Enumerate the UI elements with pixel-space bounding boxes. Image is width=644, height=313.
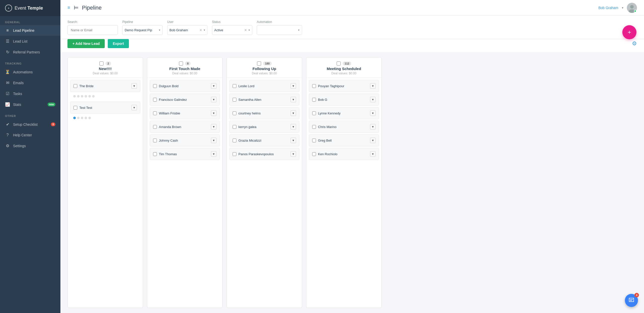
- lead-card-action-icon[interactable]: ▼: [131, 83, 137, 89]
- lead-card[interactable]: Francisco Galindez ▼: [150, 93, 220, 106]
- column-select-all-new[interactable]: [99, 61, 103, 66]
- chat-widget[interactable]: 4: [625, 294, 638, 307]
- sidebar-item-help-center[interactable]: ? Help Center: [0, 130, 60, 140]
- lead-card-action-icon[interactable]: ▼: [370, 83, 376, 89]
- status-clear-icon[interactable]: ✕: [244, 28, 247, 32]
- lead-card-action-icon[interactable]: ▼: [291, 110, 296, 116]
- lead-card[interactable]: The Bride ▼: [70, 80, 140, 92]
- lead-card-action-icon[interactable]: ▼: [211, 83, 217, 89]
- lead-card-checkbox-1[interactable]: [233, 98, 236, 102]
- lead-card-checkbox-5[interactable]: [233, 152, 236, 156]
- lead-card-action-icon[interactable]: ▼: [211, 151, 217, 157]
- automation-select[interactable]: [257, 25, 302, 35]
- lead-card[interactable]: William Frisbie ▼: [150, 107, 220, 119]
- column-select-all-meeting-scheduled[interactable]: [337, 61, 341, 66]
- lead-card-checkbox-5[interactable]: [312, 152, 316, 156]
- lead-card-checkbox-3[interactable]: [153, 125, 157, 129]
- column-count-new: 2: [105, 61, 111, 66]
- lead-card-left: Leslie Lord: [233, 84, 255, 88]
- pipeline-dropdown-icon[interactable]: ▾: [159, 28, 160, 32]
- lead-card-checkbox-1[interactable]: [74, 106, 77, 110]
- lead-card[interactable]: Johnny Cash ▼: [150, 134, 220, 146]
- lead-card-action-icon[interactable]: ▼: [370, 97, 376, 102]
- status-dropdown-icon[interactable]: ▾: [248, 28, 250, 32]
- lead-card-checkbox-3[interactable]: [233, 125, 236, 129]
- lead-card-checkbox-5[interactable]: [153, 152, 157, 156]
- lead-card-name: William Frisbie: [159, 111, 180, 115]
- lead-card[interactable]: Bob G ▼: [309, 93, 379, 106]
- sidebar-item-automations[interactable]: ⏳ Automations: [0, 67, 60, 77]
- export-button[interactable]: Export: [108, 39, 129, 48]
- fab-add-button[interactable]: +: [622, 25, 636, 39]
- lead-card-checkbox-0[interactable]: [233, 84, 236, 88]
- lead-card[interactable]: Dulguun Bold ▼: [150, 80, 220, 92]
- lead-card[interactable]: Ken Rochiolo ▼: [309, 148, 379, 160]
- lead-card[interactable]: kerryn galea ▼: [229, 121, 299, 133]
- sidebar-item-lead-list[interactable]: ☰ Lead List: [0, 36, 60, 47]
- sidebar-item-lead-pipeline[interactable]: ≡ Lead Pipeline: [0, 25, 60, 36]
- lead-card-checkbox-4[interactable]: [153, 139, 157, 142]
- lead-card-checkbox-2[interactable]: [233, 111, 236, 115]
- lead-card-checkbox-2[interactable]: [153, 111, 157, 115]
- lead-card[interactable]: Amanda Brown ▼: [150, 121, 220, 133]
- lead-card[interactable]: Tim Thomas ▼: [150, 148, 220, 160]
- lead-card-action-icon[interactable]: ▼: [291, 151, 296, 157]
- lead-card-left: Lynne Kennedy: [312, 111, 341, 115]
- lead-card-checkbox-2[interactable]: [312, 111, 316, 115]
- column-select-all-first-touch[interactable]: [179, 61, 183, 66]
- lead-card[interactable]: Grazia Micalizzi ▼: [229, 134, 299, 146]
- status-select[interactable]: Active ✕ ▾: [212, 25, 252, 35]
- lead-card-action-icon[interactable]: ▼: [291, 138, 296, 143]
- lead-card[interactable]: Lynne Kennedy ▼: [309, 107, 379, 119]
- lead-card-action-icon[interactable]: ▼: [131, 105, 137, 110]
- lead-card[interactable]: courtney helms ▼: [229, 107, 299, 119]
- lead-card-action-icon[interactable]: ▼: [370, 151, 376, 157]
- column-select-all-following-up[interactable]: [257, 61, 261, 66]
- lead-card-checkbox-0[interactable]: [312, 84, 316, 88]
- lead-card-checkbox-4[interactable]: [312, 139, 316, 142]
- user-dropdown-icon[interactable]: ▾: [622, 6, 623, 10]
- lead-card-name: Greg Bell: [318, 139, 332, 142]
- user-clear-icon[interactable]: ✕: [199, 28, 202, 32]
- menu-icon[interactable]: ≡: [67, 5, 70, 10]
- lead-card-action-icon[interactable]: ▼: [211, 97, 217, 102]
- lead-card-action-icon[interactable]: ▼: [211, 138, 217, 143]
- lead-card-action-icon[interactable]: ▼: [211, 124, 217, 130]
- stats-icon: 📈: [5, 102, 10, 107]
- column-settings-icon[interactable]: ⚙: [632, 40, 637, 47]
- lead-card-action-icon[interactable]: ▼: [291, 124, 296, 130]
- lead-card-checkbox-0[interactable]: [74, 84, 77, 88]
- sidebar-item-setup-checklist[interactable]: ✔ Setup Checklist 6: [0, 119, 60, 130]
- lead-card-action-icon[interactable]: ▼: [211, 110, 217, 116]
- lead-card-action-icon[interactable]: ▼: [370, 124, 376, 130]
- sidebar-item-settings[interactable]: ⚙ Settings: [0, 140, 60, 151]
- lead-card[interactable]: Pouyan Taghipour ▼: [309, 80, 379, 92]
- lead-card-checkbox-4[interactable]: [233, 139, 236, 142]
- user-select[interactable]: Bob Graham ✕ ▾: [167, 25, 207, 35]
- lead-card-checkbox-3[interactable]: [312, 125, 316, 129]
- sidebar-item-tasks[interactable]: ☑ Tasks: [0, 88, 60, 99]
- lead-card-checkbox-0[interactable]: [153, 84, 157, 88]
- sidebar-item-referral-partners[interactable]: ↻ Referral Partners: [0, 47, 60, 57]
- user-dropdown-icon[interactable]: ▾: [204, 28, 205, 32]
- avatar-container[interactable]: [627, 3, 637, 13]
- lead-card[interactable]: Panos Paraskevopoulos ▼: [229, 148, 299, 160]
- lead-card-action-icon[interactable]: ▼: [370, 110, 376, 116]
- lead-card-checkbox-1[interactable]: [153, 98, 157, 102]
- lead-card[interactable]: Chris Marino ▼: [309, 121, 379, 133]
- lead-card-action-icon[interactable]: ▼: [370, 138, 376, 143]
- lead-card-action-icon[interactable]: ▼: [291, 83, 296, 89]
- lead-card[interactable]: Test Test ▼: [70, 102, 140, 114]
- add-new-lead-button[interactable]: + Add New Lead: [67, 39, 105, 48]
- lead-card-checkbox-1[interactable]: [312, 98, 316, 102]
- sidebar-item-emails[interactable]: ✉ Emails: [0, 77, 60, 88]
- lead-card-action-icon[interactable]: ▼: [291, 97, 296, 102]
- lead-card[interactable]: Greg Bell ▼: [309, 134, 379, 146]
- emails-icon: ✉: [5, 80, 10, 85]
- sidebar-item-stats[interactable]: 📈 Stats new: [0, 99, 60, 110]
- lead-card[interactable]: Leslie Lord ▼: [229, 80, 299, 92]
- search-input[interactable]: [67, 25, 118, 35]
- pipeline-select[interactable]: Demo Request Pip ▾: [122, 25, 163, 35]
- user-name[interactable]: Bob Graham: [598, 6, 618, 10]
- lead-card[interactable]: Samantha Allen ▼: [229, 93, 299, 106]
